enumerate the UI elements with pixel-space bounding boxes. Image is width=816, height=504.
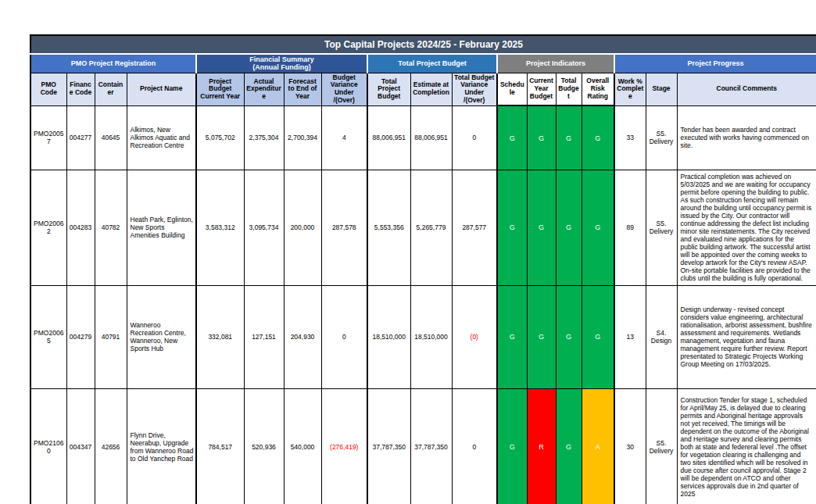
- cell-project-name: Wanneroo Recreation Centre, Wanneroo, Ne…: [127, 285, 196, 388]
- col-header-finance-code: Finance Code: [66, 73, 95, 105]
- section-financial-summary: Financial Summary (Annual Funding): [196, 54, 367, 73]
- col-header-actual-expenditure: Actual Expenditure: [244, 73, 284, 105]
- cell-budget-current-year: 784,517: [196, 388, 244, 504]
- col-header-total-project-budget: Total Project Budget: [367, 73, 410, 105]
- cell-estimate-at-completion: 5,265,779: [410, 170, 452, 285]
- table-row: PMO20062 004283 40782 Heath Park, Eglint…: [30, 170, 816, 285]
- cell-work-pct: 13: [614, 285, 646, 388]
- section-pmo-registration: PMO Project Registration: [30, 54, 196, 73]
- indicator-current-year-budget: G: [527, 285, 556, 388]
- cell-pmo-code: PMO21060: [30, 388, 66, 504]
- cell-forecast-end-of-year: 2,700,394: [284, 105, 321, 170]
- indicator-total-budget: G: [556, 388, 582, 504]
- col-header-project-name: Project Name: [127, 73, 196, 105]
- cell-estimate-at-completion: 88,006,951: [410, 105, 452, 170]
- indicator-current-year-budget: R: [527, 388, 556, 504]
- col-header-total-budget-variance: Total Budget Variance Under /(Over): [452, 73, 497, 105]
- cell-stage: S5. Delivery: [646, 105, 677, 170]
- col-header-council-comments: Council Comments: [677, 73, 816, 105]
- cell-council-comments: Tender has been awarded and contract exe…: [677, 105, 816, 170]
- indicator-total-budget: G: [556, 170, 582, 285]
- cell-total-budget-variance: (0): [452, 285, 497, 388]
- cell-stage: S5. Delivery: [646, 388, 677, 504]
- indicator-current-year-budget: G: [527, 170, 556, 285]
- cell-total-project-budget: 5,553,356: [367, 170, 410, 285]
- cell-container: 40782: [95, 170, 127, 285]
- cell-total-budget-variance: 0: [452, 105, 497, 170]
- cell-stage: S5. Delivery: [646, 170, 677, 285]
- title-row: Top Capital Projects 2024/25 - February …: [30, 35, 816, 54]
- col-header-schedule: Schedule: [497, 73, 527, 105]
- cell-total-project-budget: 88,006,951: [367, 105, 410, 170]
- cell-pmo-code: PMO20065: [30, 285, 66, 388]
- indicator-overall-risk: G: [582, 170, 614, 285]
- cell-budget-current-year: 332,081: [196, 285, 244, 388]
- cell-budget-variance: 287,578: [321, 170, 367, 285]
- cell-actual-expenditure: 127,151: [244, 285, 284, 388]
- cell-work-pct: 30: [614, 388, 646, 504]
- cell-budget-variance: (276,419): [321, 388, 367, 504]
- section-header-row: PMO Project Registration Financial Summa…: [30, 54, 816, 73]
- cell-work-pct: 89: [614, 170, 646, 285]
- indicator-overall-risk: A: [582, 388, 614, 504]
- col-header-forecast-end-of-year: Forecast to End of Year: [284, 73, 321, 105]
- cell-budget-variance: 0: [321, 285, 367, 388]
- cell-total-project-budget: 37,787,350: [367, 388, 410, 504]
- table-row: PMO21060 004347 42656 Flynn Drive, Neera…: [30, 388, 816, 504]
- cell-total-project-budget: 18,510,000: [367, 285, 410, 388]
- cell-project-name: Alkimos, New Alkimos Aquatic and Recreat…: [127, 105, 196, 170]
- indicator-schedule: G: [497, 388, 527, 504]
- cell-work-pct: 33: [614, 105, 646, 170]
- cell-council-comments: Design underway - revised concept consid…: [677, 285, 816, 388]
- cell-pmo-code: PMO20062: [30, 170, 66, 285]
- cell-finance-code: 004283: [66, 170, 95, 285]
- cell-council-comments: Construction Tender for stage 1, schedul…: [677, 388, 816, 504]
- top-capital-projects-table: Top Capital Projects 2024/25 - February …: [30, 34, 816, 504]
- table-row: PMO20057 004277 40645 Alkimos, New Alkim…: [30, 105, 816, 170]
- cell-estimate-at-completion: 37,787,350: [410, 388, 452, 504]
- section-project-indicators: Project Indicators: [497, 54, 614, 73]
- cell-container: 40645: [95, 105, 127, 170]
- col-header-estimate-at-completion: Estimate at Completion: [410, 73, 452, 105]
- indicator-overall-risk: G: [582, 105, 614, 170]
- cell-finance-code: 004277: [66, 105, 95, 170]
- column-header-row: PMO Code Finance Code Container Project …: [30, 73, 816, 105]
- cell-total-budget-variance: 287,577: [452, 170, 497, 285]
- col-header-budget-current-year: Project Budget Current Year: [196, 73, 244, 105]
- cell-budget-current-year: 3,583,312: [196, 170, 244, 285]
- section-total-project-budget: Total Project Budget: [367, 54, 497, 73]
- cell-actual-expenditure: 520,936: [244, 388, 284, 504]
- col-header-budget-variance: Budget Variance Under /(Over): [321, 73, 367, 105]
- table-row: PMO20065 004279 40791 Wanneroo Recreatio…: [30, 285, 816, 388]
- indicator-current-year-budget: G: [527, 105, 556, 170]
- col-header-container: Container: [95, 73, 127, 105]
- col-header-overall-risk-rating: Overall Risk Rating: [582, 73, 614, 105]
- cell-stage: S4. Design: [646, 285, 677, 388]
- indicator-schedule: G: [497, 105, 527, 170]
- cell-pmo-code: PMO20057: [30, 105, 66, 170]
- indicator-total-budget: G: [556, 285, 582, 388]
- cell-budget-current-year: 5,075,702: [196, 105, 244, 170]
- cell-finance-code: 004347: [66, 388, 95, 504]
- cell-project-name: Heath Park, Eglinton, New Sports Ameniti…: [127, 170, 196, 285]
- indicator-overall-risk: G: [582, 285, 614, 388]
- cell-estimate-at-completion: 18,510,000: [410, 285, 452, 388]
- cell-project-name: Flynn Drive, Neerabup, Upgrade from Wann…: [127, 388, 196, 504]
- cell-council-comments: Practical completion was achieved on 5/0…: [677, 170, 816, 285]
- cell-actual-expenditure: 2,375,304: [244, 105, 284, 170]
- cell-forecast-end-of-year: 540,000: [284, 388, 321, 504]
- cell-forecast-end-of-year: 204,930: [284, 285, 321, 388]
- cell-forecast-end-of-year: 200,000: [284, 170, 321, 285]
- cell-actual-expenditure: 3,095,734: [244, 170, 284, 285]
- cell-budget-variance: 4: [321, 105, 367, 170]
- section-project-progress: Project Progress: [614, 54, 816, 73]
- cell-finance-code: 004279: [66, 285, 95, 388]
- cell-total-budget-variance: 0: [452, 388, 497, 504]
- indicator-schedule: G: [497, 170, 527, 285]
- col-header-current-year-budget: Current Year Budget: [527, 73, 556, 105]
- report-title: Top Capital Projects 2024/25 - February …: [30, 35, 816, 54]
- cell-container: 42656: [95, 388, 127, 504]
- col-header-stage: Stage: [646, 73, 677, 105]
- col-header-total-budget: Total Budget: [556, 73, 582, 105]
- indicator-schedule: G: [497, 285, 527, 388]
